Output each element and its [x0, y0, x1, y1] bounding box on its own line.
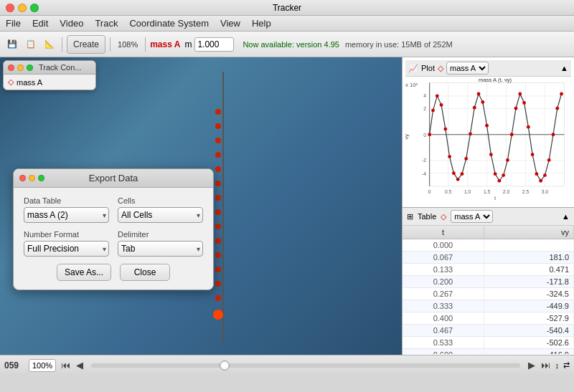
svg-point-30: [428, 133, 431, 136]
table-row: 0.600-416.9: [403, 349, 574, 355]
minimize-button[interactable]: [18, 4, 27, 12]
menu-video[interactable]: Video: [60, 18, 83, 29]
plot-track-select[interactable]: mass A: [446, 62, 489, 75]
close-dialog-button[interactable]: Close: [120, 264, 170, 281]
cell-vy: -416.9: [484, 349, 573, 355]
right-panel: 📈 Plot ◇ mass A ▲: [402, 57, 574, 355]
prev-frame-btn[interactable]: ⏮: [60, 360, 71, 371]
delimiter-select[interactable]: Tab: [118, 241, 203, 257]
pendulum-dot: [215, 138, 221, 143]
track-con-min[interactable]: [17, 64, 24, 71]
toolbar: 💾 📋 📐 Create 108% mass A m Now available…: [0, 32, 574, 57]
svg-point-56: [535, 172, 538, 176]
track-con-item[interactable]: ◇ mass A: [4, 75, 95, 90]
svg-point-52: [518, 92, 522, 96]
plot-expand-icon[interactable]: ▲: [560, 64, 568, 72]
zoom-label: 108%: [115, 35, 141, 54]
track-con-close[interactable]: [8, 64, 14, 71]
calibrate-btn[interactable]: 📐: [42, 35, 57, 54]
dialog-min-btn[interactable]: [29, 175, 35, 181]
track-con-titlebar: Track Con...: [4, 61, 95, 75]
svg-point-62: [560, 92, 563, 96]
svg-point-35: [448, 155, 451, 158]
svg-text:x 10²: x 10²: [405, 82, 418, 88]
close-button[interactable]: [6, 4, 14, 12]
pendulum-dot: [215, 238, 221, 244]
table-expand-icon[interactable]: ▲: [562, 212, 570, 221]
menu-coordinate-system[interactable]: Coordinate System: [129, 18, 209, 29]
plot-diamond-icon: ◇: [438, 64, 443, 73]
export-dialog-body: Data Table mass A (2) Cells All Cells: [14, 188, 213, 290]
track-item-label: mass A: [17, 78, 42, 87]
clip-btn[interactable]: 📋: [23, 35, 39, 54]
svg-point-43: [481, 100, 484, 104]
video-panel: Track Con... ◇ mass A Export Data D: [0, 57, 402, 355]
cell-t: 0.067: [403, 252, 484, 264]
table-area: ⊞ Table ◇ mass A ▲ t vy 0.00: [403, 208, 574, 355]
dialog-close-btn[interactable]: [19, 175, 26, 181]
table-row: 0.200-171.8: [403, 276, 574, 288]
data-table: t vy 0.0000.067181.00.1330.4710.200-171.…: [403, 226, 574, 354]
mass-value-input[interactable]: [194, 37, 234, 52]
data-table-select-wrapper: mass A (2): [24, 207, 109, 223]
dialog-max-btn[interactable]: [38, 175, 44, 181]
scrub-handle[interactable]: [220, 360, 230, 371]
svg-point-40: [469, 132, 472, 135]
pendulum-dot: [215, 252, 221, 258]
data-table-label: Data Table: [24, 196, 109, 205]
table-header-row: t vy: [403, 226, 574, 239]
plot-area: 📈 Plot ◇ mass A ▲: [403, 57, 574, 208]
pendulum-dot: [215, 166, 221, 172]
svg-point-59: [547, 158, 551, 162]
zoom-input[interactable]: [29, 359, 56, 372]
export-dialog-title: Export Data: [89, 173, 138, 183]
svg-point-50: [510, 133, 514, 136]
menu-view[interactable]: View: [220, 18, 240, 29]
maximize-button[interactable]: [30, 4, 39, 12]
data-table-select[interactable]: mass A (2): [24, 207, 109, 223]
svg-point-54: [527, 125, 530, 129]
cell-t: 0.400: [403, 312, 484, 325]
sep2: [110, 37, 110, 52]
svg-point-42: [477, 92, 481, 96]
menu-track[interactable]: Track: [95, 18, 118, 29]
open-btn[interactable]: 💾: [4, 35, 20, 54]
pendulum-dot: [215, 123, 221, 129]
table-track-select[interactable]: mass A: [451, 210, 493, 223]
step-fwd-btn[interactable]: ▶: [527, 360, 536, 371]
cell-t: 0.133: [403, 264, 484, 276]
menu-edit[interactable]: Edit: [32, 18, 48, 29]
table-scroll[interactable]: t vy 0.0000.067181.00.1330.4710.200-171.…: [403, 226, 574, 354]
create-button[interactable]: Create: [67, 35, 105, 54]
svg-point-58: [543, 173, 547, 177]
sep3: [145, 37, 146, 52]
table-row: 0.333-449.9: [403, 300, 574, 312]
next-frame-btn[interactable]: ⏭: [540, 360, 551, 371]
cell-t: 0.267: [403, 288, 484, 300]
menu-help[interactable]: Help: [252, 18, 271, 29]
svg-text:0.5: 0.5: [445, 189, 452, 194]
scrub-bar[interactable]: [91, 363, 520, 368]
svg-point-57: [539, 179, 542, 183]
col-t-header: t: [403, 226, 484, 239]
delimiter-col: Delimiter Tab: [118, 230, 203, 257]
track-item-icon: ◇: [8, 77, 14, 87]
cells-col: Cells All Cells: [118, 196, 203, 223]
step-back-btn[interactable]: ◀: [75, 360, 84, 371]
save-as-button[interactable]: Save As...: [57, 264, 111, 281]
svg-point-41: [473, 106, 476, 110]
cell-vy: -527.9: [484, 312, 573, 325]
table-row: 0.1330.471: [403, 264, 574, 276]
track-con-max[interactable]: [27, 64, 33, 71]
svg-text:2.5: 2.5: [522, 189, 530, 194]
number-format-select[interactable]: Full Precision: [24, 241, 109, 257]
cell-vy: -540.4: [484, 325, 573, 337]
svg-text:2.0: 2.0: [503, 189, 510, 194]
svg-text:-2: -2: [422, 158, 426, 163]
menu-file[interactable]: File: [6, 18, 21, 29]
table-row: 0.533-502.6: [403, 337, 574, 349]
playback-icon: ↕: [555, 361, 560, 370]
cells-select[interactable]: All Cells: [118, 207, 203, 223]
svg-point-51: [514, 107, 518, 110]
svg-text:0: 0: [428, 189, 431, 194]
